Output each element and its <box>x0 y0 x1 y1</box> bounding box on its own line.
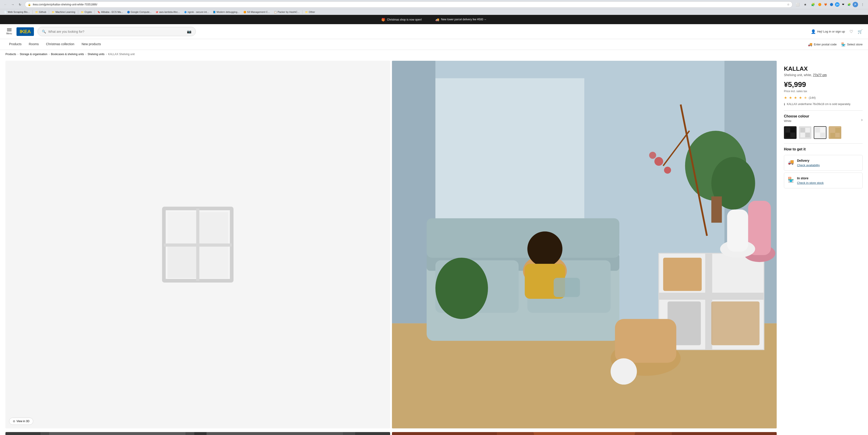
swatch-white[interactable] <box>814 126 827 139</box>
svg-rect-2 <box>196 208 199 281</box>
bookmark-aws[interactable]: 🐙 aws-lambda-lifec... <box>154 10 182 14</box>
dimensions-link[interactable]: 77x77 cm <box>813 73 827 77</box>
svg-rect-20 <box>705 254 712 349</box>
camera-icon[interactable]: 📷 <box>187 29 191 34</box>
swatch-black[interactable] <box>784 126 797 139</box>
breadcrumb-shelving[interactable]: Shelving units <box>88 53 105 56</box>
search-bar[interactable]: 🔍 📷 <box>37 27 196 36</box>
svg-point-32 <box>664 167 671 174</box>
search-input[interactable] <box>49 30 185 33</box>
back-button[interactable]: ← <box>2 1 8 8</box>
menu-button[interactable]: Menu <box>5 28 13 36</box>
product-image-primary: ⊙ View in 3D <box>5 61 390 429</box>
forward-button[interactable]: → <box>9 1 16 8</box>
bookmark-crypto[interactable]: 📁 Crypto <box>79 10 94 14</box>
swatch-cell <box>830 133 835 137</box>
store-icon: 🏪 <box>841 42 846 46</box>
delivery-truck-icon: 🚚 <box>788 159 794 165</box>
ext-icon-3[interactable]: 🔵 <box>829 2 834 7</box>
ikea-site: 🎁 Christmas shop is now open! 🚚 New lowe… <box>0 15 868 435</box>
ext-icon-6[interactable]: 🧩 <box>847 2 851 7</box>
truck-icon: 🚚 <box>808 42 812 46</box>
bookmark-divider-3 <box>78 10 78 14</box>
divider-1 <box>784 110 863 111</box>
bookmark-ml[interactable]: 📁 Machine Learning <box>50 10 77 14</box>
swatch-white-gray[interactable] <box>799 126 811 139</box>
delivery-details: Delivery Check availability <box>797 159 819 167</box>
swatch-birch[interactable] <box>829 126 841 139</box>
swatch-cell <box>815 128 820 132</box>
nav-buttons: ← → ↻ <box>2 1 23 8</box>
menu-label: Menu <box>6 32 12 35</box>
bookmark-icon-4: 📁 <box>81 11 84 13</box>
profile-button[interactable]: P <box>852 2 858 7</box>
in-store-link[interactable]: Check in-store stock <box>797 181 824 185</box>
svg-rect-43 <box>554 278 580 297</box>
breadcrumb-storage[interactable]: Storage & organisation <box>20 53 47 56</box>
url-text: ikea.com/jp/en/p/kallax-shelving-unit-wh… <box>33 3 785 6</box>
ext-icon-1[interactable]: 🟠 <box>817 2 822 7</box>
bookmark-button[interactable]: ★ <box>802 1 808 8</box>
product-layout: ⊙ View in 3D <box>0 59 868 435</box>
svg-point-55 <box>532 432 637 435</box>
svg-rect-48 <box>49 432 185 435</box>
swatch-inner-white <box>815 128 825 137</box>
ikea-logo[interactable]: IKEA <box>17 27 34 36</box>
bookmark-github[interactable]: 📁 Github <box>33 10 48 14</box>
wishlist-button[interactable]: ♡ <box>849 29 853 34</box>
ext-icon-4[interactable]: 24 <box>835 2 839 7</box>
select-store-button[interactable]: 🏪 Select store <box>841 42 863 46</box>
address-bar[interactable]: 🔒 ikea.com/jp/en/p/kallax-shelving-unit-… <box>25 1 793 8</box>
bottom-image-2 <box>392 432 777 435</box>
cart-button[interactable]: 🛒 <box>858 29 863 34</box>
rating-count[interactable]: (144) <box>809 96 815 99</box>
ext-icon-5[interactable]: ❤ <box>841 2 845 7</box>
svg-point-31 <box>649 152 656 159</box>
product-details: KALLAX Shelving unit, white, 77x77 cm ¥5… <box>777 61 863 435</box>
swatch-cell <box>805 128 810 132</box>
breadcrumb-sep-4: › <box>106 53 107 56</box>
nav-rooms[interactable]: Rooms <box>25 39 42 50</box>
extensions-button[interactable]: 🧩 <box>810 1 816 8</box>
svg-point-41 <box>527 232 562 267</box>
breadcrumb-products[interactable]: Products <box>5 53 16 56</box>
bookmark-s3[interactable]: 🟠 S3 Management C... <box>242 10 272 14</box>
ext-icon-2[interactable]: 🦊 <box>823 2 828 7</box>
kallax-shelf-svg <box>162 206 234 283</box>
product-images-row-top: ⊙ View in 3D <box>5 61 777 429</box>
ikea-nav: Products Rooms Christmas collection New … <box>0 39 868 50</box>
swatch-cell <box>835 133 840 137</box>
bookmark-packer[interactable]: 📋 Packer by HashiC... <box>272 10 301 14</box>
screenshot-button[interactable]: ⬜ <box>794 1 801 8</box>
login-button[interactable]: 👤 Hej! Log in or sign up <box>811 29 845 34</box>
nav-new-products[interactable]: New products <box>78 39 105 50</box>
view-3d-button[interactable]: ⊙ View in 3D <box>9 417 33 425</box>
delivery-title: Delivery <box>797 159 819 162</box>
swatch-cell <box>800 133 805 137</box>
chevron-right-icon[interactable]: › <box>861 118 863 122</box>
bookmark-web-scraping[interactable]: 📄 Web Scraping Blo... <box>2 10 31 14</box>
breadcrumb-bookcases[interactable]: Bookcases & shelving units <box>51 53 84 56</box>
notif-christmas-text: Christmas shop is now open! <box>387 18 422 21</box>
bookmark-ngrok[interactable]: 🔷 ngrok - secure int... <box>182 10 211 14</box>
star-icon[interactable]: ☆ <box>787 3 789 6</box>
breadcrumb-sep-3: › <box>86 53 86 56</box>
nav-christmas[interactable]: Christmas collection <box>42 39 78 50</box>
delivery-link[interactable]: Check availability <box>797 164 819 167</box>
menu-button[interactable]: ⋮ <box>860 1 866 8</box>
bookmark-alibaba[interactable]: 🔖 Alibaba - ECS Ma... <box>96 10 125 14</box>
delivery-option: 🚚 Delivery Check availability <box>784 155 863 171</box>
nav-products[interactable]: Products <box>5 39 25 50</box>
bookmark-modern[interactable]: 📘 Modern debugging... <box>211 10 241 14</box>
bookmark-other[interactable]: 📁 Other <box>303 10 317 14</box>
product-image-scene <box>392 61 777 429</box>
bookmark-icon-9: 📘 <box>213 11 216 13</box>
postal-code-button[interactable]: 🚚 Enter postal code <box>808 42 837 46</box>
bookmark-icon-11: 📋 <box>274 11 277 13</box>
swatch-inner-white-gray <box>800 128 810 137</box>
bookmark-icon-2: 📁 <box>35 11 38 13</box>
reload-button[interactable]: ↻ <box>17 1 23 8</box>
bookmark-google[interactable]: 🔵 Google Compute... <box>125 10 153 14</box>
bookmark-icon-8: 🔷 <box>184 11 187 13</box>
header-actions: 👤 Hej! Log in or sign up ♡ 🛒 <box>811 29 863 34</box>
